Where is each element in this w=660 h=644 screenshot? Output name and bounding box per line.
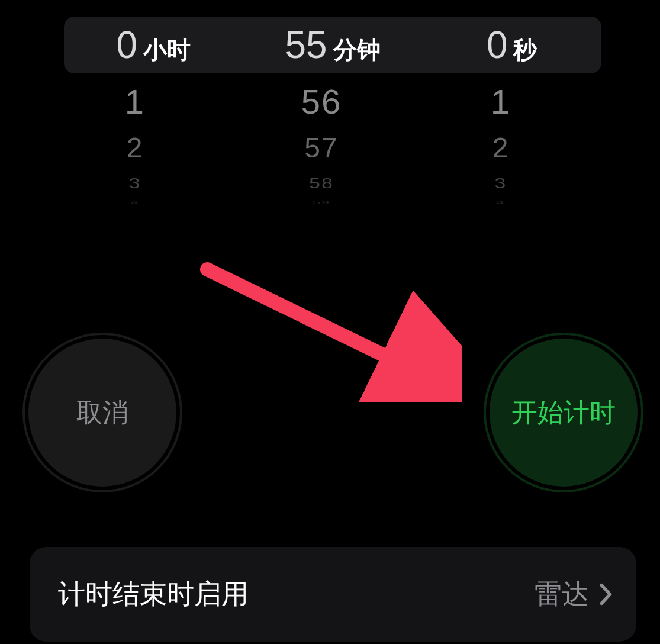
picker-seconds-option: 2 (424, 131, 601, 164)
start-timer-button[interactable]: 开始计时 (490, 339, 638, 487)
picker-seconds-selected[interactable]: 0 秒 (422, 26, 601, 64)
picker-minutes-option: 56 (242, 82, 419, 121)
timer-end-sound-row[interactable]: 计时结束时启用 雷达 (30, 547, 636, 642)
picker-minutes-option: 58 (242, 175, 419, 191)
picker-seconds-option: 1 (424, 82, 601, 121)
picker-hours-value: 0 (117, 26, 138, 64)
picker-minutes-selected[interactable]: 55 分钟 (243, 26, 423, 64)
chevron-right-icon (600, 583, 613, 606)
picker-hours-option: 4 (64, 199, 242, 205)
picker-hours-option: 1 (64, 82, 242, 121)
picker-seconds-value: 0 (487, 26, 508, 64)
picker-minutes-value: 55 (285, 26, 327, 64)
annotation-arrow-icon (195, 260, 462, 402)
time-picker-selected-row[interactable]: 0 小时 55 分钟 0 秒 (64, 17, 601, 73)
cancel-button-label: 取消 (76, 395, 128, 430)
start-timer-button-label: 开始计时 (511, 395, 616, 430)
picker-seconds-unit: 秒 (513, 38, 537, 62)
picker-minutes-unit: 分钟 (333, 38, 381, 62)
picker-hours-option: 2 (64, 131, 242, 164)
svg-line-1 (207, 269, 420, 373)
picker-seconds-option: 4 (424, 199, 601, 205)
picker-hours-unit: 小时 (143, 38, 191, 62)
picker-minutes-option: 59 (242, 199, 419, 205)
timer-end-sound-value: 雷达 (535, 576, 589, 613)
cancel-button[interactable]: 取消 (28, 339, 176, 487)
picker-seconds-option: 3 (424, 175, 601, 191)
picker-hours-option: 3 (64, 175, 242, 191)
picker-hours-selected[interactable]: 0 小时 (64, 26, 243, 64)
timer-end-sound-label: 计时结束时启用 (58, 576, 249, 613)
picker-minutes-option: 57 (242, 131, 419, 164)
